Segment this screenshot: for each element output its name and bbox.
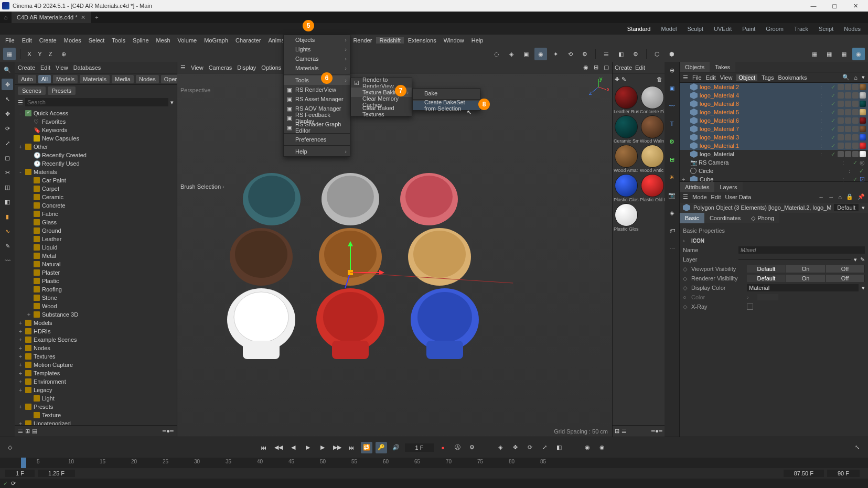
document-tab[interactable]: C4D AR Materials.c4d * ✕ [12,12,91,23]
asset-node-recently-created[interactable]: 🕐Recently Created [15,151,177,159]
tag-icon[interactable] [838,151,844,157]
prev-key-icon[interactable]: ◀◀ [273,442,284,453]
search-clear-icon[interactable]: ▾ [170,99,174,106]
view-grid-icon[interactable]: ⊞ [25,428,30,435]
more-icon[interactable]: ⋯ [666,242,678,255]
menu-redshift[interactable]: Redshift [376,37,403,44]
select-tool-icon[interactable]: ↖ [2,93,13,105]
asset-node-metal[interactable]: Metal [15,252,177,260]
filter1-icon[interactable]: ◈ [495,442,506,453]
field-icon[interactable]: ◈ [666,207,678,219]
visibility-dots[interactable]: : [820,117,829,124]
rs-tools-submenu[interactable]: ☑Render to RenderView Texture Baking› Cl… [350,78,412,116]
home-button[interactable]: ⌂ [0,12,12,23]
tag-icon[interactable] [845,92,851,99]
asset-node-quick-access[interactable]: -✓Quick Access [15,109,177,117]
attr-dropdown-icon[interactable]: ▾ [862,204,865,211]
object-row[interactable]: logo_Material.8:✓ [680,100,868,108]
tool-icon-12[interactable]: ⬢ [666,48,678,60]
next-key-icon[interactable]: ▶▶ [331,442,343,453]
material-tag-icon[interactable] [860,117,866,124]
curve-icon[interactable]: 〰 [2,255,13,266]
attr-tab-basic[interactable]: Basic [680,213,704,223]
tag-icon[interactable] [852,151,859,157]
tag-icon[interactable] [852,84,859,90]
asset-node-fabric[interactable]: Fabric [15,210,177,218]
filter-icon[interactable]: ☰ [18,99,23,106]
tag-icon[interactable] [838,84,844,90]
enable-check-icon[interactable]: ✓ [831,134,835,141]
bevel-icon[interactable]: ◧ [2,196,13,208]
close-button[interactable]: ✕ [845,0,866,12]
view-detail-icon[interactable]: ▤ [32,428,37,435]
enable-check-icon[interactable]: ✓ [831,84,835,91]
attr-rv-seg[interactable]: DefaultOnOff [747,275,865,282]
asset-node-legacy[interactable]: +Legacy [15,386,177,394]
tag-icon[interactable] [838,109,844,115]
asset-node-presets[interactable]: +Presets [15,403,177,411]
material-swatch[interactable]: Wood Ama: [614,145,639,173]
menu-volume[interactable]: Volume [175,37,200,44]
expand-icon[interactable]: + [18,144,23,150]
object-row[interactable]: +Cube:✓☑ [680,175,868,181]
enable-check-icon[interactable]: ✓ [831,117,835,124]
asset-menu-view[interactable]: View [56,64,68,71]
attr-layer-value[interactable] [738,259,851,260]
gear-icon[interactable]: ⚙ [466,442,478,453]
asset-node-uncategorized[interactable]: +Uncategorized [15,419,177,425]
tool-icon-8[interactable]: ☰ [600,48,613,60]
material-swatch[interactable]: Plastic Glos [614,203,639,232]
layout-model[interactable]: Model [656,25,682,33]
visibility-dots[interactable]: : [849,168,857,174]
text-icon[interactable]: T [666,117,678,130]
vp-menu-cameras[interactable]: Cameras [209,64,232,71]
tag-icon[interactable] [852,134,859,140]
material-swatch[interactable]: Plastic Glos [614,174,639,202]
tool-icon-5[interactable]: ✦ [549,48,562,60]
filter3-icon[interactable]: ⟳ [524,442,535,453]
menu-tools[interactable]: Tools [109,37,128,44]
prev-frame-icon[interactable]: ◀ [287,442,299,453]
enable-check-icon[interactable]: ✓ [831,126,835,133]
asset-node-hdris[interactable]: +HDRIs [15,327,177,335]
attr-xray-checkbox[interactable] [747,303,753,310]
asset-node-materials[interactable]: -Materials [15,168,177,176]
material-swatch[interactable]: Plastic Old I [640,174,665,202]
mat-menu-edit[interactable]: Edit [635,64,645,71]
asset-node-plastic[interactable]: Plastic [15,277,177,285]
asset-tree[interactable]: -✓Quick Access♡Favorites🔖KeywordsNew Cap… [15,108,177,425]
asset-node-wood[interactable]: Wood [15,302,177,310]
menu-spline[interactable]: Spline [130,37,152,44]
material-tag-icon[interactable] [860,109,866,115]
tag-icon[interactable] [838,117,844,124]
object-tags[interactable] [838,109,866,115]
next-frame-icon[interactable]: ▶ [317,442,328,453]
object-tags[interactable] [838,101,866,107]
tag-icon[interactable] [838,101,844,107]
asset-node-models[interactable]: +Models [15,319,177,327]
vp-menu-view[interactable]: View [191,64,203,71]
menu-create[interactable]: Create [36,37,60,44]
om-menu-bookmarks[interactable]: Bookmarks [778,74,807,81]
tag-icon[interactable] [852,126,859,132]
menu-mesh[interactable]: Mesh [153,37,174,44]
layout-track[interactable]: Track [789,25,813,33]
sound-icon[interactable]: 🔊 [390,442,402,453]
object-tags[interactable] [838,117,866,124]
scale-icon[interactable]: ⤢ [2,137,13,149]
timeline-ruler[interactable]: 510152025303540455055606570758085 [0,458,868,468]
asset-node-light[interactable]: Light [15,394,177,403]
object-row[interactable]: logo_Material.1:✓ [680,142,868,150]
attr-fwd-icon[interactable]: → [828,194,834,200]
asset-node-glass[interactable]: Glass [15,218,177,226]
om-menu-icon[interactable]: ☰ [683,74,688,81]
object-tags[interactable] [838,92,866,99]
paint-icon[interactable]: ▮ [2,211,13,222]
menu-extensions[interactable]: Extensions [405,37,440,44]
tag-icon[interactable] [838,92,844,99]
attr-tab-coords[interactable]: Coordinates [704,213,746,223]
attr-tab-phong[interactable]: ◇Phong [746,213,779,223]
autokey2-icon[interactable]: Ⓐ [452,442,463,453]
cube-icon[interactable]: ▣ [666,82,678,94]
redshift-dropdown[interactable]: Objects› Lights› Cameras› Materials› Too… [283,35,350,157]
